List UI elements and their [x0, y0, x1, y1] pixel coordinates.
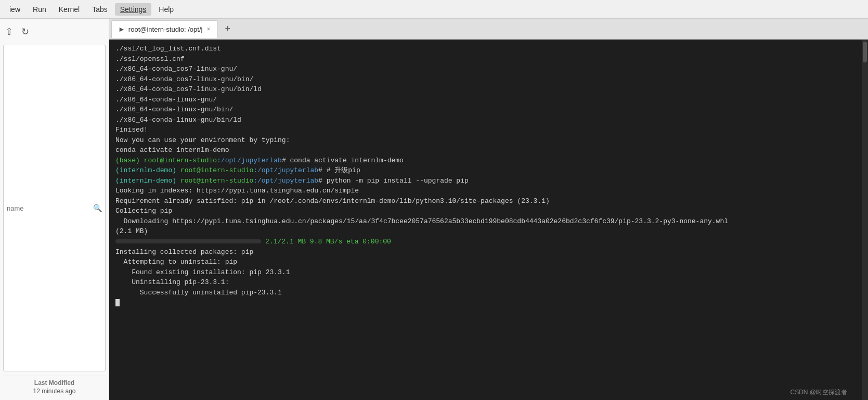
- new-tab-button[interactable]: +: [219, 21, 236, 37]
- menubar: iew Run Kernel Tabs Settings Help: [0, 0, 868, 19]
- terminal-content[interactable]: ./ssl/ct_log_list.cnf.dist ./ssl/openssl…: [109, 40, 862, 400]
- tab-close-button[interactable]: ×: [205, 25, 211, 33]
- sidebar-toolbar: ⇧ ↻: [3, 23, 106, 41]
- search-icon: 🔍: [93, 204, 102, 212]
- upload-button[interactable]: ⇧: [3, 24, 15, 40]
- terminal-cursor: [115, 299, 120, 306]
- scrollbar-track[interactable]: [862, 40, 868, 400]
- menu-tabs[interactable]: Tabs: [87, 3, 113, 16]
- last-modified-value: 12 minutes ago: [5, 388, 103, 395]
- last-modified-label: Last Modified: [5, 379, 103, 386]
- sidebar: ⇧ ↻ 🔍 Last Modified 12 minutes ago: [0, 19, 109, 400]
- main-layout: ⇧ ↻ 🔍 Last Modified 12 minutes ago ► roo…: [0, 19, 868, 400]
- menu-kernel[interactable]: Kernel: [54, 3, 85, 16]
- content-area: ► root@intern-studio: /opt/j × + ./ssl/c…: [109, 19, 868, 400]
- file-list-header: Last Modified 12 minutes ago: [3, 376, 106, 396]
- menu-view[interactable]: iew: [4, 3, 25, 16]
- terminal-wrapper: ./ssl/ct_log_list.cnf.dist ./ssl/openssl…: [109, 40, 868, 400]
- terminal-tab[interactable]: ► root@intern-studio: /opt/j ×: [111, 20, 218, 38]
- menu-help[interactable]: Help: [153, 3, 179, 16]
- menu-run[interactable]: Run: [28, 3, 51, 16]
- search-container: 🔍: [3, 45, 106, 371]
- menu-settings[interactable]: Settings: [115, 3, 152, 16]
- refresh-button[interactable]: ↻: [19, 24, 31, 40]
- search-input[interactable]: [7, 204, 93, 212]
- terminal-tab-label: root@intern-studio: /opt/j: [128, 25, 203, 33]
- tab-bar: ► root@intern-studio: /opt/j × +: [109, 19, 868, 40]
- scrollbar-thumb[interactable]: [863, 42, 867, 62]
- terminal-tab-icon: ►: [118, 25, 125, 33]
